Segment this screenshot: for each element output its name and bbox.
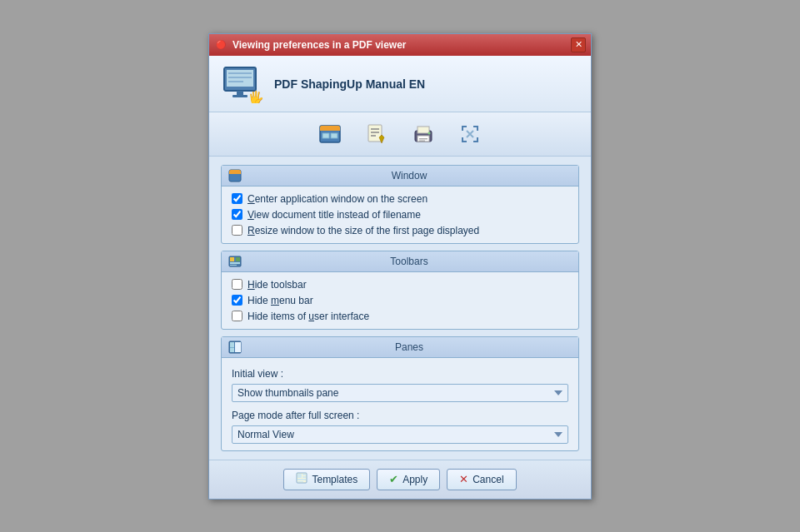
- toolbars-section-content: Hide toolsbar Hide menu bar Hide items o…: [222, 272, 578, 329]
- svg-rect-22: [419, 140, 425, 142]
- cancel-button[interactable]: ✕ Cancel: [447, 469, 516, 490]
- toolbar-fullscreen-btn[interactable]: [455, 119, 485, 149]
- hide-toolbar-checkbox[interactable]: [232, 279, 242, 290]
- hide-menubar-label[interactable]: Hide menu bar: [248, 295, 313, 306]
- svg-rect-5: [237, 91, 243, 95]
- svg-rect-41: [298, 481, 303, 482]
- cancel-icon: ✕: [459, 473, 468, 485]
- toolbar: [209, 112, 591, 157]
- svg-rect-6: [232, 95, 248, 97]
- svg-rect-31: [230, 265, 237, 266]
- page-mode-select[interactable]: Normal View Show thumbnails pane Show bo…: [232, 425, 568, 444]
- dialog-header: 🖐 PDF ShapingUp Manual EN: [209, 56, 591, 112]
- window-cb3-row: Resize window to the size of the first p…: [232, 225, 568, 236]
- toolbars-section-header: Toolbars: [222, 251, 578, 272]
- templates-label: Templates: [312, 474, 358, 485]
- resize-window-checkbox[interactable]: [232, 225, 242, 236]
- toolbars-section-icon: [228, 255, 242, 268]
- apply-label: Apply: [402, 474, 428, 485]
- toolbar-window-btn[interactable]: [315, 119, 345, 149]
- svg-rect-3: [228, 77, 252, 78]
- panes-section-content: Initial view : Show thumbnails pane Show…: [222, 358, 578, 450]
- header-title: PDF ShapingUp Manual EN: [274, 77, 425, 91]
- page-mode-select-row: Normal View Show thumbnails pane Show bo…: [232, 425, 568, 444]
- svg-rect-11: [322, 133, 329, 138]
- titlebar-icon: 🔴: [214, 38, 228, 52]
- dialog-body: Window CCenter application window on the…: [209, 157, 591, 460]
- initial-view-select-row: Show thumbnails pane Show bookmarks pane…: [232, 384, 568, 402]
- panes-section-icon: [228, 341, 242, 354]
- svg-rect-10: [320, 129, 340, 131]
- window-cb1-row: CCenter application window on the screen…: [232, 193, 568, 205]
- svg-rect-40: [298, 479, 306, 480]
- main-dialog: 🔴 Viewing preferences in a PDF viewer ✕ …: [208, 33, 592, 500]
- svg-rect-37: [298, 474, 302, 478]
- toolbars-section: Toolbars Hide toolsbar Hide menu bar: [221, 251, 579, 330]
- apply-icon: ✔: [389, 473, 398, 485]
- toolbars-cb1-row: Hide toolsbar: [232, 279, 568, 291]
- svg-rect-39: [302, 476, 306, 478]
- page-mode-label: Page mode after full screen :: [232, 410, 568, 421]
- templates-button[interactable]: Templates: [283, 469, 370, 490]
- window-section-header: Window: [222, 166, 578, 186]
- panes-section-header: Panes: [222, 337, 578, 358]
- view-title-label[interactable]: View document title instead of filename: [248, 209, 421, 221]
- titlebar-text: Viewing preferences in a PDF viewer: [232, 39, 571, 51]
- svg-rect-38: [302, 474, 306, 475]
- hide-toolbar-label[interactable]: Hide toolsbar: [248, 279, 307, 291]
- toolbars-cb2-row: Hide menu bar: [232, 295, 568, 306]
- header-icon: 🖐: [222, 66, 264, 103]
- svg-point-23: [428, 132, 431, 134]
- window-section: Window CCenter application window on the…: [221, 165, 579, 244]
- window-section-content: CCenter application window on the screen…: [222, 186, 578, 243]
- view-title-checkbox[interactable]: [232, 209, 242, 220]
- dialog-footer: Templates ✔ Apply ✕ Cancel: [209, 460, 591, 499]
- window-cb2-row: View document title instead of filename: [232, 209, 568, 221]
- svg-rect-34: [235, 342, 241, 352]
- resize-window-label[interactable]: Resize window to the size of the first p…: [248, 225, 479, 236]
- svg-rect-26: [229, 172, 241, 174]
- hide-ui-items-checkbox[interactable]: [232, 311, 242, 321]
- hide-ui-items-label[interactable]: Hide items of user interface: [248, 311, 369, 322]
- svg-rect-28: [230, 257, 234, 261]
- initial-view-select[interactable]: Show thumbnails pane Show bookmarks pane…: [232, 384, 568, 402]
- window-section-icon: [228, 169, 242, 182]
- initial-view-label: Initial view :: [232, 368, 568, 380]
- svg-rect-29: [236, 257, 240, 261]
- svg-rect-2: [228, 72, 252, 74]
- panes-section: Panes Initial view : Show thumbnails pan…: [221, 336, 579, 451]
- toolbars-section-title: Toolbars: [247, 256, 572, 267]
- toolbar-edit-btn[interactable]: [362, 119, 392, 149]
- apply-button[interactable]: ✔ Apply: [377, 469, 440, 490]
- svg-rect-30: [230, 262, 240, 264]
- svg-rect-12: [331, 133, 338, 138]
- panes-section-title: Panes: [247, 341, 572, 353]
- title-bar: 🔴 Viewing preferences in a PDF viewer ✕: [209, 34, 591, 56]
- hide-menubar-checkbox[interactable]: [232, 295, 242, 306]
- close-button[interactable]: ✕: [571, 37, 586, 52]
- svg-rect-19: [418, 127, 429, 133]
- templates-icon: [296, 472, 308, 486]
- svg-rect-35: [230, 347, 234, 348]
- svg-rect-21: [419, 138, 428, 140]
- window-section-title: Window: [247, 170, 572, 181]
- toolbar-print-btn[interactable]: [408, 119, 438, 149]
- cancel-label: Cancel: [472, 474, 503, 485]
- svg-text:🖐: 🖐: [248, 90, 264, 103]
- toolbars-cb3-row: Hide items of user interface: [232, 311, 568, 322]
- center-window-label[interactable]: CCenter application window on the screen…: [248, 193, 428, 205]
- center-window-checkbox[interactable]: [232, 193, 242, 204]
- svg-rect-4: [228, 81, 243, 82]
